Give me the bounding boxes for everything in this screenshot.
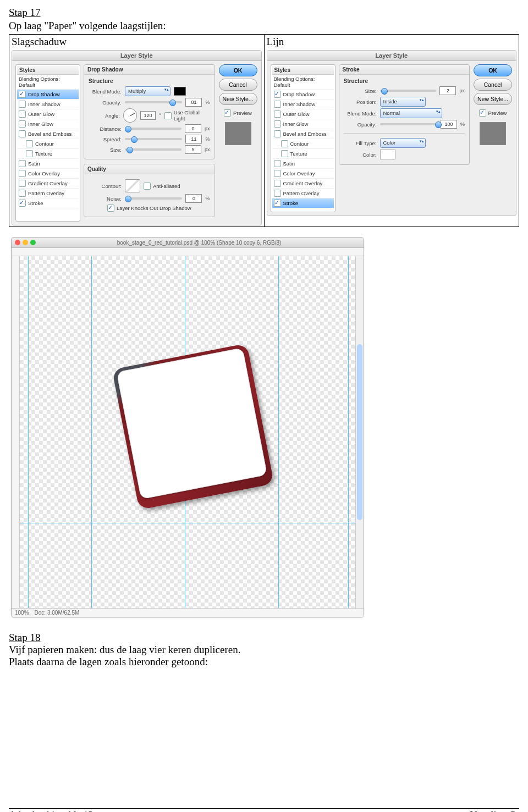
angle-dial[interactable] <box>123 108 137 123</box>
position-select[interactable]: Inside <box>380 97 426 107</box>
style-color-overlay[interactable]: Color Overlay <box>17 169 79 179</box>
preview-label[interactable]: Preview <box>233 110 252 116</box>
style-bevel[interactable]: Bevel and Emboss <box>17 129 79 139</box>
checkbox-icon[interactable] <box>19 170 26 177</box>
checkbox-icon[interactable] <box>19 160 26 167</box>
style-pattern-overlay[interactable]: Pattern Overlay <box>17 189 79 198</box>
checkbox-icon[interactable] <box>19 200 26 207</box>
checkbox-icon[interactable] <box>19 190 26 197</box>
style-inner-glow[interactable]: Inner Glow <box>272 119 334 129</box>
contour-picker[interactable] <box>125 179 140 192</box>
style-satin[interactable]: Satin <box>17 159 79 169</box>
checkbox-icon[interactable] <box>19 101 26 108</box>
blending-options[interactable]: Blending Options: Default <box>17 75 79 90</box>
blending-options[interactable]: Blending Options: Default <box>272 75 334 90</box>
ruler-vertical[interactable] <box>12 256 20 608</box>
checkbox-icon[interactable] <box>274 111 281 118</box>
minimize-icon[interactable] <box>23 240 28 245</box>
style-bevel[interactable]: Bevel and Emboss <box>272 129 334 139</box>
style-satin[interactable]: Satin <box>272 159 334 169</box>
spread-value[interactable]: 11 <box>185 135 202 143</box>
checkbox-icon[interactable] <box>274 130 281 137</box>
style-stroke[interactable]: Stroke <box>17 198 79 208</box>
ruler-horizontal[interactable] <box>12 248 364 256</box>
blendmode-select[interactable]: Normal <box>380 108 442 118</box>
ok-button[interactable]: OK <box>474 64 512 76</box>
cancel-button[interactable]: Cancel <box>474 79 512 91</box>
style-color-overlay[interactable]: Color Overlay <box>272 169 334 179</box>
checkbox-icon[interactable] <box>274 200 281 207</box>
noise-value[interactable]: 0 <box>185 194 202 203</box>
opacity-slider[interactable] <box>125 101 182 103</box>
newstyle-button[interactable]: New Style... <box>474 93 512 105</box>
canvas[interactable] <box>20 256 355 608</box>
checkbox-icon[interactable] <box>19 120 26 128</box>
checkbox-icon[interactable] <box>224 109 231 117</box>
checkbox-icon[interactable] <box>274 170 281 177</box>
size-slider[interactable] <box>380 90 437 92</box>
opacity-slider[interactable] <box>380 123 437 125</box>
checkbox-icon[interactable] <box>19 180 26 187</box>
preview-label[interactable]: Preview <box>488 110 507 116</box>
checkbox-icon[interactable] <box>274 160 281 167</box>
filltype-select[interactable]: Color <box>380 138 426 148</box>
zoom-level[interactable]: 100% <box>15 610 29 616</box>
size-value[interactable]: 2 <box>439 86 456 95</box>
style-texture[interactable]: Texture <box>17 149 79 159</box>
guide[interactable] <box>348 256 349 608</box>
style-contour[interactable]: Contour <box>272 139 334 149</box>
noise-slider[interactable] <box>125 197 182 200</box>
close-icon[interactable] <box>15 240 20 245</box>
antialiased-label[interactable]: Anti-aliased <box>153 183 180 189</box>
checkbox-icon[interactable] <box>164 112 172 119</box>
checkbox-icon[interactable] <box>281 140 288 147</box>
checkbox-icon[interactable] <box>19 130 26 137</box>
style-texture[interactable]: Texture <box>272 149 334 159</box>
knockout-label[interactable]: Layer Knocks Out Drop Shadow <box>117 205 191 211</box>
guide[interactable] <box>91 256 92 608</box>
checkbox-icon[interactable] <box>107 205 114 212</box>
distance-slider[interactable] <box>125 128 182 130</box>
guide[interactable] <box>28 256 29 608</box>
guide[interactable] <box>278 256 279 608</box>
guide[interactable] <box>20 523 355 523</box>
style-pattern-overlay[interactable]: Pattern Overlay <box>272 189 334 198</box>
style-inner-shadow[interactable]: Inner Shadow <box>17 100 79 109</box>
opacity-value[interactable]: 81 <box>185 98 202 107</box>
stroke-color-swatch[interactable] <box>380 150 395 159</box>
checkbox-icon[interactable] <box>26 140 33 147</box>
style-outer-glow[interactable]: Outer Glow <box>272 109 334 119</box>
ok-button[interactable]: OK <box>219 64 257 76</box>
style-gradient-overlay[interactable]: Gradient Overlay <box>17 179 79 189</box>
distance-value[interactable]: 0 <box>185 124 201 133</box>
newstyle-button[interactable]: New Style... <box>219 93 257 105</box>
style-contour[interactable]: Contour <box>17 139 79 149</box>
style-stroke[interactable]: Stroke <box>272 198 334 208</box>
zoom-icon[interactable] <box>30 240 36 245</box>
checkbox-icon[interactable] <box>274 91 281 98</box>
cancel-button[interactable]: Cancel <box>219 79 257 91</box>
checkbox-icon[interactable] <box>274 120 281 128</box>
use-global-light[interactable]: Use Global Light <box>174 109 210 121</box>
size-value[interactable]: 5 <box>185 145 201 154</box>
spread-slider[interactable] <box>125 138 182 140</box>
shadow-color-swatch[interactable] <box>174 87 186 96</box>
scrollbar-vertical[interactable] <box>355 256 364 608</box>
style-drop-shadow[interactable]: Drop Shadow <box>17 90 79 100</box>
checkbox-icon[interactable] <box>144 183 151 190</box>
style-inner-shadow[interactable]: Inner Shadow <box>272 100 334 109</box>
style-gradient-overlay[interactable]: Gradient Overlay <box>272 179 334 189</box>
angle-value[interactable]: 120 <box>140 111 156 120</box>
checkbox-icon[interactable] <box>19 111 26 118</box>
blendmode-select[interactable]: Multiply <box>125 86 170 96</box>
checkbox-icon[interactable] <box>274 180 281 187</box>
opacity-value[interactable]: 100 <box>441 120 457 129</box>
checkbox-icon[interactable] <box>19 91 26 98</box>
checkbox-icon[interactable] <box>479 109 486 117</box>
style-outer-glow[interactable]: Outer Glow <box>17 109 79 119</box>
size-slider[interactable] <box>125 148 182 151</box>
checkbox-icon[interactable] <box>274 101 281 108</box>
checkbox-icon[interactable] <box>274 190 281 197</box>
checkbox-icon[interactable] <box>26 150 33 157</box>
checkbox-icon[interactable] <box>281 150 288 157</box>
